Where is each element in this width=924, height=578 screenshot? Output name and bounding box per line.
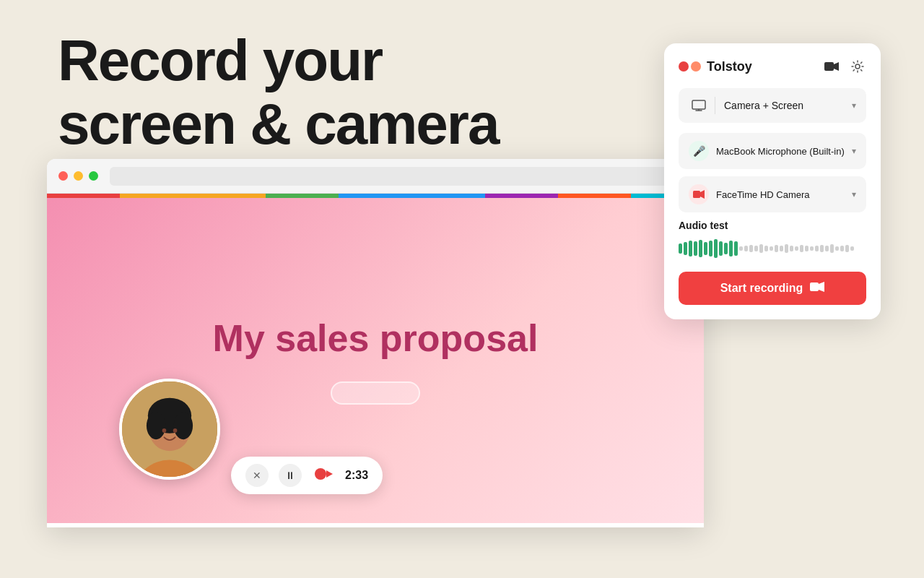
audio-bar-19 xyxy=(775,245,778,252)
svg-rect-13 xyxy=(692,100,705,109)
cam-chevron-icon: ▾ xyxy=(852,189,856,199)
logo-dots xyxy=(679,61,701,72)
close-icon: ✕ xyxy=(253,470,261,481)
audio-bar-29 xyxy=(825,246,829,251)
svg-rect-16 xyxy=(693,191,700,198)
slide-button[interactable] xyxy=(331,381,420,405)
hero-line2: screen & camera xyxy=(58,92,498,156)
logo-dot-2 xyxy=(691,61,701,72)
mode-label: Camera + Screen xyxy=(724,100,852,111)
audio-bar-6 xyxy=(709,241,712,256)
browser-toolbar xyxy=(47,159,704,194)
camera-icon xyxy=(689,184,709,204)
pause-icon: ⏸ xyxy=(285,470,295,481)
audio-bar-15 xyxy=(754,246,758,251)
start-recording-button[interactable]: Start recording xyxy=(679,272,866,305)
slide-title: My sales proposal xyxy=(213,316,539,360)
audio-bar-30 xyxy=(830,244,834,253)
screen-icon xyxy=(689,95,709,116)
audio-bar-9 xyxy=(724,243,728,254)
audio-bar-27 xyxy=(815,246,819,251)
audio-bar-34 xyxy=(850,246,854,251)
audio-bar-33 xyxy=(845,245,849,252)
audio-bars xyxy=(679,238,866,259)
audio-bar-20 xyxy=(780,246,783,251)
audio-bar-4 xyxy=(699,240,702,257)
panel-header-icons xyxy=(823,58,866,75)
audio-bar-13 xyxy=(744,246,748,251)
svg-rect-18 xyxy=(810,282,819,291)
audio-bar-17 xyxy=(764,246,768,251)
tolstoy-logo: Tolstoy xyxy=(679,59,752,74)
logo-dot-1 xyxy=(679,61,689,72)
svg-point-5 xyxy=(174,412,193,439)
audio-bar-12 xyxy=(739,246,743,251)
svg-marker-11 xyxy=(834,62,839,71)
close-recording-button[interactable]: ✕ xyxy=(245,464,269,487)
svg-marker-17 xyxy=(700,190,705,199)
audio-bar-1 xyxy=(684,242,687,255)
svg-marker-9 xyxy=(326,470,333,478)
mode-selector[interactable]: Camera + Screen ▾ xyxy=(679,88,866,123)
recording-toolbar: ✕ ⏸ 2:33 xyxy=(231,457,383,494)
record-icon xyxy=(314,465,333,487)
logo-text: Tolstoy xyxy=(707,59,752,74)
audio-bar-22 xyxy=(790,246,793,251)
svg-point-6 xyxy=(162,428,167,433)
audio-bar-16 xyxy=(759,244,763,253)
svg-point-4 xyxy=(147,412,165,439)
browser-dot-yellow[interactable] xyxy=(74,171,83,181)
recording-timer: 2:33 xyxy=(345,469,368,482)
audio-bar-11 xyxy=(734,241,738,256)
microphone-dropdown[interactable]: 🎤 MacBook Microphone (Built-in) ▾ xyxy=(679,133,866,169)
panel-header: Tolstoy xyxy=(679,58,866,75)
browser-dot-red[interactable] xyxy=(58,171,68,181)
pause-recording-button[interactable]: ⏸ xyxy=(279,464,302,487)
audio-bar-21 xyxy=(785,244,788,253)
audio-bar-23 xyxy=(795,246,798,251)
camera-feed xyxy=(122,381,217,477)
camera-dropdown[interactable]: FaceTime HD Camera ▾ xyxy=(679,176,866,212)
svg-point-8 xyxy=(315,468,326,480)
microphone-icon: 🎤 xyxy=(689,141,709,161)
audio-bar-0 xyxy=(679,243,682,254)
audio-bar-18 xyxy=(770,246,773,251)
audio-bar-10 xyxy=(729,241,733,256)
microphone-label: MacBook Microphone (Built-in) xyxy=(716,146,852,157)
mic-chevron-icon: ▾ xyxy=(852,146,856,156)
audio-bar-5 xyxy=(704,242,707,255)
camera-label: FaceTime HD Camera xyxy=(716,189,852,200)
mode-divider xyxy=(715,97,715,114)
person-silhouette xyxy=(122,381,217,477)
start-camera-icon xyxy=(810,282,824,295)
audio-bar-32 xyxy=(840,246,844,251)
browser-mockup: My sales proposal xyxy=(47,159,704,527)
svg-point-12 xyxy=(855,64,860,69)
audio-bar-28 xyxy=(820,245,824,252)
browser-dot-green[interactable] xyxy=(89,171,98,181)
mode-chevron-icon: ▾ xyxy=(852,100,856,111)
settings-icon[interactable] xyxy=(849,58,866,75)
browser-address-bar[interactable] xyxy=(110,167,692,186)
tolstoy-panel: Tolstoy xyxy=(664,43,881,319)
audio-bar-31 xyxy=(835,246,839,251)
audio-bar-7 xyxy=(714,239,718,258)
audio-bar-2 xyxy=(689,241,692,256)
browser-content: My sales proposal xyxy=(47,198,704,523)
audio-bar-14 xyxy=(749,245,753,252)
record-button[interactable] xyxy=(312,464,335,487)
camera-toggle-icon[interactable] xyxy=(823,58,840,75)
audio-bar-25 xyxy=(805,246,808,251)
audio-bar-26 xyxy=(810,246,814,251)
svg-marker-19 xyxy=(819,282,824,292)
audio-bar-3 xyxy=(694,241,697,256)
camera-bubble xyxy=(119,379,220,480)
svg-point-7 xyxy=(173,428,178,433)
audio-bar-24 xyxy=(800,245,803,252)
audio-test-label: Audio test xyxy=(679,220,866,231)
hero-section: Record your screen & camera xyxy=(58,29,498,156)
svg-rect-10 xyxy=(824,62,834,71)
audio-bar-8 xyxy=(719,241,723,256)
start-recording-label: Start recording xyxy=(720,282,803,295)
hero-line1: Record your xyxy=(58,29,498,92)
